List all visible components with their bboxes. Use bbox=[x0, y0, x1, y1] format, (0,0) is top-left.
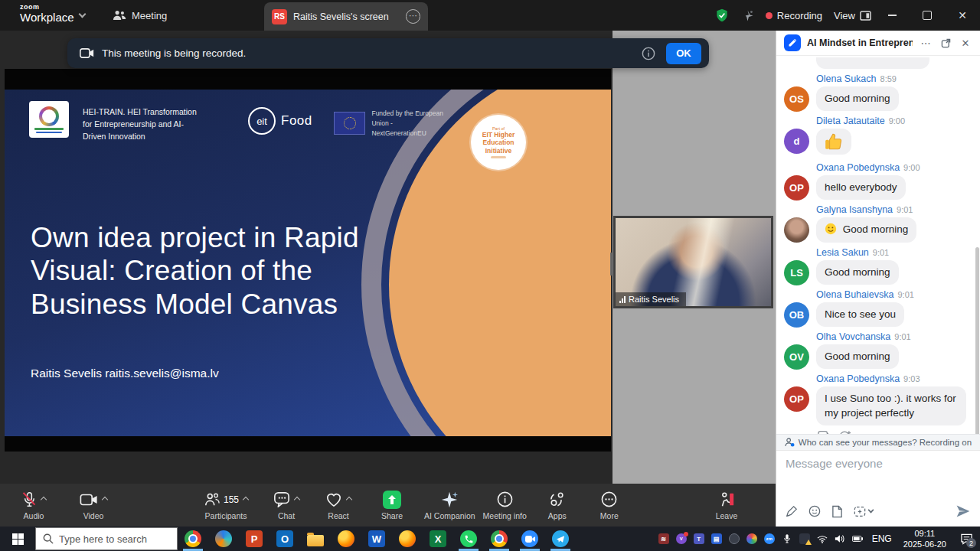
wifi-tray-icon[interactable] bbox=[816, 533, 828, 545]
chat-scrollbar[interactable] bbox=[975, 247, 979, 434]
ai-companion-button[interactable]: AI Companion bbox=[424, 491, 475, 520]
tab-meeting[interactable]: Meeting bbox=[113, 0, 167, 31]
share-button[interactable]: Share bbox=[372, 491, 412, 520]
zoom-workplace-logo: zoom Workplace bbox=[20, 3, 74, 24]
eu-flag-icon bbox=[334, 112, 365, 135]
tray-blue-app-icon[interactable]: ▤ bbox=[710, 533, 723, 545]
zoom-taskbar-icon[interactable] bbox=[514, 527, 545, 551]
chat-message: OP Oxana Pobedynska9:03 I use Suno too :… bbox=[784, 373, 971, 425]
apps-icon bbox=[549, 491, 566, 507]
ai-sparkle-icon[interactable] bbox=[741, 9, 754, 22]
camera-tray-icon[interactable] bbox=[728, 533, 740, 545]
more-button[interactable]: More bbox=[590, 491, 629, 520]
zoom-tray-icon[interactable]: zm bbox=[763, 533, 776, 545]
avatar: OP bbox=[784, 386, 809, 412]
avatar: OV bbox=[784, 344, 809, 370]
security-shield-icon[interactable] bbox=[714, 8, 730, 23]
video-button[interactable]: Video bbox=[74, 491, 113, 520]
maximize-button[interactable] bbox=[910, 0, 945, 31]
viber-tray-icon[interactable]: V bbox=[675, 533, 688, 545]
meeting-info-label: Meeting info bbox=[483, 511, 527, 520]
ok-button[interactable]: OK bbox=[666, 43, 701, 64]
chrome-taskbar-icon[interactable] bbox=[178, 527, 208, 551]
participants-options-caret[interactable] bbox=[243, 496, 249, 502]
screenshot-options-caret[interactable] bbox=[868, 507, 874, 514]
participant-video-tile[interactable]: Raitis Sevelis bbox=[613, 216, 773, 308]
tab-shared-screen[interactable]: RS Raitis Sevelis's screen ⋯ bbox=[264, 2, 428, 31]
who-can-see-icon bbox=[785, 438, 795, 447]
word-taskbar-icon[interactable]: W bbox=[361, 527, 392, 551]
clock-date: 2025-06-20 bbox=[903, 539, 946, 549]
windows-logo-icon bbox=[12, 533, 24, 545]
start-button[interactable] bbox=[0, 527, 35, 551]
tab-options-icon[interactable]: ⋯ bbox=[406, 9, 420, 24]
sender-name: Olha Vovchanska bbox=[816, 331, 890, 342]
audio-button[interactable]: Audio bbox=[14, 491, 54, 520]
add-reaction-icon[interactable] bbox=[839, 430, 851, 434]
battery-tray-icon[interactable] bbox=[851, 533, 864, 545]
meeting-info-button[interactable]: Meeting info bbox=[483, 491, 527, 520]
chat-close-icon[interactable]: ✕ bbox=[959, 36, 972, 50]
format-icon[interactable] bbox=[786, 505, 798, 517]
info-icon[interactable] bbox=[642, 47, 655, 60]
screenshot-icon[interactable] bbox=[854, 506, 866, 517]
audio-options-caret[interactable] bbox=[41, 496, 47, 502]
heart-icon bbox=[325, 492, 342, 507]
react-options-caret[interactable] bbox=[346, 496, 352, 502]
reply-icon[interactable] bbox=[818, 430, 830, 434]
leave-button[interactable]: Leave bbox=[707, 491, 746, 520]
teams-tray-icon[interactable]: T bbox=[693, 533, 705, 545]
taskbar-search[interactable] bbox=[35, 527, 178, 550]
chat-button[interactable]: Chat bbox=[266, 491, 306, 520]
firefox-2-taskbar-icon[interactable] bbox=[392, 527, 423, 551]
alert-tray-icon[interactable] bbox=[799, 533, 811, 545]
participants-button[interactable]: 155 Participants bbox=[204, 491, 248, 520]
tray-app-icon[interactable]: ≋ bbox=[658, 533, 670, 545]
emoji-icon[interactable] bbox=[808, 505, 821, 517]
meeting-info-icon bbox=[497, 491, 513, 507]
message-time: 9:00 bbox=[889, 116, 905, 126]
message-input[interactable]: Message everyone bbox=[786, 457, 971, 470]
chevron-down-icon[interactable] bbox=[79, 11, 87, 18]
file-explorer-taskbar-icon[interactable] bbox=[300, 527, 331, 551]
badge-subtext-decoration bbox=[491, 156, 506, 158]
taskbar-clock[interactable]: 09:11 2025-06-20 bbox=[897, 528, 952, 550]
minimize-button[interactable] bbox=[874, 0, 910, 31]
chat-message-list: OS Olena Sukach8:59 Good morning d Dilet… bbox=[776, 56, 980, 434]
close-button[interactable]: ✕ bbox=[945, 0, 980, 31]
powerpoint-taskbar-icon[interactable]: P bbox=[239, 527, 270, 551]
chat-privacy-notice[interactable]: Who can see your messages? Recording on bbox=[776, 434, 980, 450]
browser-taskbar-icon[interactable] bbox=[208, 527, 239, 551]
smiley-emoji bbox=[825, 223, 837, 235]
avatar: OS bbox=[784, 86, 809, 112]
leave-icon bbox=[718, 491, 735, 508]
chat-options-caret[interactable] bbox=[294, 496, 300, 502]
recording-label: Recording bbox=[777, 10, 822, 21]
slide-content: Part of EIT Higher Education Initiative … bbox=[5, 90, 611, 436]
firefox-taskbar-icon[interactable] bbox=[331, 527, 361, 551]
chat-more-icon[interactable]: ⋯ bbox=[919, 36, 933, 50]
outlook-taskbar-icon[interactable]: O bbox=[270, 527, 300, 551]
language-indicator[interactable]: ENG bbox=[867, 533, 897, 544]
chrome-2-taskbar-icon[interactable] bbox=[484, 527, 514, 551]
chat-message: d Dileta Jatautaite9:00 👍 bbox=[784, 116, 971, 158]
eit-food-logo: eit Food bbox=[248, 107, 312, 135]
telegram-taskbar-icon[interactable] bbox=[545, 527, 576, 551]
whatsapp-taskbar-icon[interactable] bbox=[453, 527, 484, 551]
volume-tray-icon[interactable] bbox=[834, 533, 846, 545]
eu-funding-line2: NextGenerationEU bbox=[371, 129, 456, 139]
microphone-tray-icon[interactable] bbox=[781, 533, 793, 545]
more-actions-icon[interactable]: ⋯ bbox=[861, 430, 871, 434]
excel-taskbar-icon[interactable]: X bbox=[423, 527, 453, 551]
search-input[interactable] bbox=[59, 533, 158, 545]
notification-center-button[interactable]: 2 bbox=[952, 527, 980, 551]
view-menu[interactable]: View bbox=[834, 10, 871, 21]
apps-button[interactable]: Apps bbox=[537, 491, 577, 520]
video-options-caret[interactable] bbox=[102, 496, 108, 502]
popout-icon[interactable] bbox=[939, 36, 952, 50]
color-app-tray-icon[interactable] bbox=[746, 533, 758, 545]
file-icon[interactable] bbox=[831, 505, 843, 518]
react-button[interactable]: React bbox=[318, 491, 358, 520]
send-button[interactable] bbox=[956, 504, 971, 519]
sender-name: Galyna Isanshyna bbox=[816, 204, 893, 215]
